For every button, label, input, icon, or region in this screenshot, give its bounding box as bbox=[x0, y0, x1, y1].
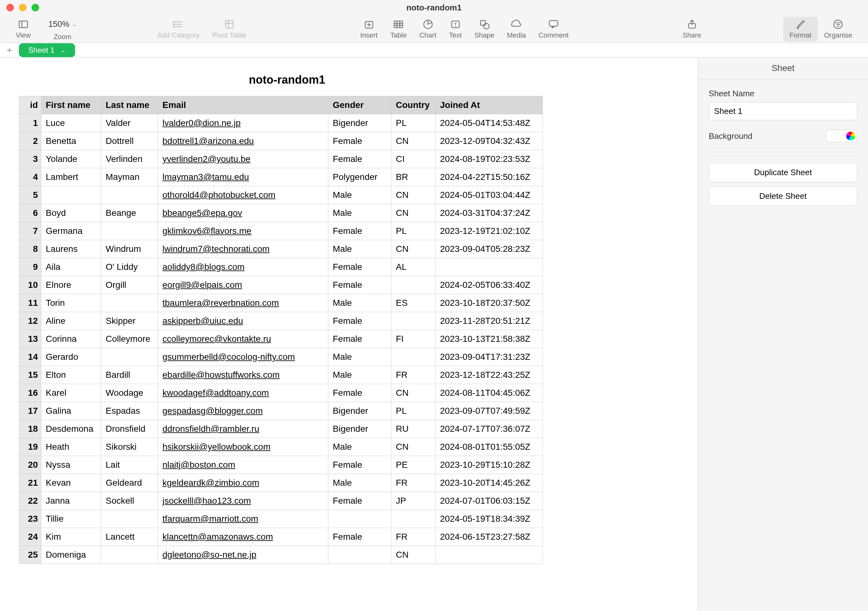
table-cell[interactable]: Lancett bbox=[101, 528, 158, 546]
spreadsheet-canvas[interactable]: noto-random1 idFirst nameLast nameEmailG… bbox=[0, 58, 698, 611]
email-link[interactable]: ccolleymorec@vkontakte.ru bbox=[163, 334, 271, 344]
table-cell[interactable]: Dottrell bbox=[101, 132, 158, 150]
table-cell[interactable]: Female bbox=[329, 150, 391, 168]
format-button[interactable]: Format bbox=[783, 17, 818, 41]
table-row[interactable]: 20NyssaLaitnlaitj@boston.comFemalePE2023… bbox=[19, 456, 543, 474]
table-row[interactable]: 7Germanagklimkov6@flavors.meFemalePL2023… bbox=[19, 222, 543, 240]
table-cell[interactable]: PE bbox=[391, 456, 436, 474]
table-cell[interactable]: 17 bbox=[19, 402, 41, 420]
table-cell[interactable]: Bigender bbox=[329, 114, 391, 132]
table-cell[interactable] bbox=[101, 348, 158, 366]
table-cell[interactable]: Kevan bbox=[41, 474, 101, 492]
table-cell[interactable]: Lambert bbox=[41, 168, 101, 186]
email-link[interactable]: ddronsfieldh@rambler.ru bbox=[163, 424, 259, 434]
table-cell[interactable]: Bigender bbox=[329, 420, 391, 438]
table-cell[interactable]: Karel bbox=[41, 384, 101, 402]
table-cell[interactable]: 2023-12-19T21:02:10Z bbox=[436, 222, 543, 240]
table-button[interactable]: Table bbox=[384, 17, 413, 41]
table-cell[interactable]: Windrum bbox=[101, 240, 158, 258]
table-row[interactable]: 6BoydBeangebbeange5@epa.govMaleCN2024-03… bbox=[19, 204, 543, 222]
table-row[interactable]: 15EltonBardillebardille@howstuffworks.co… bbox=[19, 366, 543, 384]
table-cell[interactable]: Colleymore bbox=[101, 330, 158, 348]
table-cell[interactable]: Female bbox=[329, 312, 391, 330]
table-row[interactable]: 9AilaO' Liddyaoliddy8@blogs.comFemaleAL bbox=[19, 258, 543, 276]
table-cell[interactable]: Elton bbox=[41, 366, 101, 384]
table-row[interactable]: 10ElnoreOrgilleorgill9@elpais.comFemale2… bbox=[19, 276, 543, 294]
table-cell[interactable]: AL bbox=[391, 258, 436, 276]
table-cell[interactable]: Janna bbox=[41, 492, 101, 510]
email-link[interactable]: kwoodagef@addtoany.com bbox=[163, 388, 269, 398]
table-row[interactable]: 25Domenigadgleetono@so-net.ne.jpCN bbox=[19, 546, 543, 564]
email-link[interactable]: othorold4@photobucket.com bbox=[163, 190, 275, 200]
email-link[interactable]: nlaitj@boston.com bbox=[163, 460, 235, 470]
delete-sheet-button[interactable]: Delete Sheet bbox=[709, 187, 857, 206]
table-cell[interactable]: Male bbox=[329, 294, 391, 312]
table-cell[interactable]: Mayman bbox=[101, 168, 158, 186]
column-header[interactable]: Joined At bbox=[436, 96, 543, 114]
table-cell[interactable]: 2 bbox=[19, 132, 41, 150]
table-cell[interactable]: Espadas bbox=[101, 402, 158, 420]
table-cell[interactable]: ddronsfieldh@rambler.ru bbox=[158, 420, 329, 438]
table-cell[interactable]: 18 bbox=[19, 420, 41, 438]
table-cell[interactable]: 16 bbox=[19, 384, 41, 402]
table-cell[interactable]: 13 bbox=[19, 330, 41, 348]
table-cell[interactable]: 10 bbox=[19, 276, 41, 294]
table-cell[interactable]: FR bbox=[391, 366, 436, 384]
table-cell[interactable]: CN bbox=[391, 204, 436, 222]
table-cell[interactable]: 2023-12-09T04:32:43Z bbox=[436, 132, 543, 150]
comment-button[interactable]: Comment bbox=[532, 17, 575, 41]
table-cell[interactable]: Male bbox=[329, 366, 391, 384]
table-cell[interactable]: JP bbox=[391, 492, 436, 510]
table-cell[interactable]: Lait bbox=[101, 456, 158, 474]
table-cell[interactable]: Gerardo bbox=[41, 348, 101, 366]
table-cell[interactable]: CN bbox=[391, 240, 436, 258]
shape-button[interactable]: Shape bbox=[468, 17, 501, 41]
table-cell[interactable]: 2024-08-19T02:23:53Z bbox=[436, 150, 543, 168]
table-cell[interactable]: Female bbox=[329, 330, 391, 348]
table-cell[interactable] bbox=[436, 258, 543, 276]
email-link[interactable]: dgleetono@so-net.ne.jp bbox=[163, 550, 256, 560]
table-cell[interactable] bbox=[436, 546, 543, 564]
table-row[interactable]: 16KarelWoodagekwoodagef@addtoany.comFema… bbox=[19, 384, 543, 402]
table-cell[interactable]: Male bbox=[329, 186, 391, 204]
table-cell[interactable]: Valder bbox=[101, 114, 158, 132]
table-cell[interactable]: 2024-07-17T07:36:07Z bbox=[436, 420, 543, 438]
organise-button[interactable]: Organise bbox=[818, 17, 859, 41]
table-cell[interactable]: 5 bbox=[19, 186, 41, 204]
table-cell[interactable]: FR bbox=[391, 528, 436, 546]
table-cell[interactable]: 2023-09-04T05:28:23Z bbox=[436, 240, 543, 258]
minimize-window-button[interactable] bbox=[19, 4, 26, 11]
table-cell[interactable]: Domeniga bbox=[41, 546, 101, 564]
table-row[interactable]: 13CorinnaColleymoreccolleymorec@vkontakt… bbox=[19, 330, 543, 348]
table-cell[interactable]: RU bbox=[391, 420, 436, 438]
table-cell[interactable]: 6 bbox=[19, 204, 41, 222]
table-cell[interactable]: Corinna bbox=[41, 330, 101, 348]
table-cell[interactable] bbox=[101, 222, 158, 240]
table-cell[interactable]: 25 bbox=[19, 546, 41, 564]
table-cell[interactable] bbox=[391, 510, 436, 528]
table-cell[interactable]: 15 bbox=[19, 366, 41, 384]
table-cell[interactable]: FR bbox=[391, 474, 436, 492]
table-cell[interactable]: 2024-07-01T06:03:15Z bbox=[436, 492, 543, 510]
table-cell[interactable]: 8 bbox=[19, 240, 41, 258]
table-cell[interactable]: aoliddy8@blogs.com bbox=[158, 258, 329, 276]
table-row[interactable]: 3YolandeVerlindenyverlinden2@youtu.beFem… bbox=[19, 150, 543, 168]
table-cell[interactable]: Beange bbox=[101, 204, 158, 222]
table-cell[interactable]: Verlinden bbox=[101, 150, 158, 168]
email-link[interactable]: aoliddy8@blogs.com bbox=[163, 262, 245, 272]
table-cell[interactable]: 9 bbox=[19, 258, 41, 276]
table-row[interactable]: 23Tillietfarquarm@marriott.com2024-05-19… bbox=[19, 510, 543, 528]
table-cell[interactable]: Laurens bbox=[41, 240, 101, 258]
insert-button[interactable]: Insert bbox=[354, 17, 384, 41]
table-cell[interactable]: bbeange5@epa.gov bbox=[158, 204, 329, 222]
table-cell[interactable]: Sikorski bbox=[101, 438, 158, 456]
table-cell[interactable]: Male bbox=[329, 348, 391, 366]
table-cell[interactable]: nlaitj@boston.com bbox=[158, 456, 329, 474]
table-cell[interactable]: Tillie bbox=[41, 510, 101, 528]
chart-button[interactable]: Chart bbox=[413, 17, 443, 41]
table-cell[interactable]: Female bbox=[329, 258, 391, 276]
table-cell[interactable]: PL bbox=[391, 402, 436, 420]
table-cell[interactable]: Bardill bbox=[101, 366, 158, 384]
table-cell[interactable]: 2023-09-04T17:31:23Z bbox=[436, 348, 543, 366]
table-cell[interactable]: 4 bbox=[19, 168, 41, 186]
